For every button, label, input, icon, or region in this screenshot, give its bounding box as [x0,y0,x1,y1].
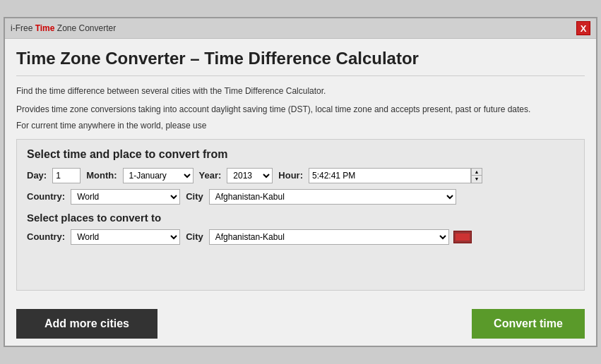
month-select[interactable]: 1-January2-February3-March4-April5-May6-… [123,168,194,183]
year-label: Year: [199,170,222,181]
city-label: City [186,191,203,202]
hour-input[interactable] [309,168,471,183]
country-label: Country: [27,191,65,202]
convert-country-label: Country: [27,231,65,242]
convert-country-select[interactable]: World [71,229,180,245]
datetime-row: Day: Month: 1-January2-February3-March4-… [27,168,574,183]
month-label: Month: [86,170,117,181]
section-title: Select places to convert to [27,212,574,224]
page-title: Time Zone Converter – Time Difference Ca… [16,49,585,76]
convert-to-row: Country: World City Afghanistan-Kabul [27,229,574,245]
spinner-up[interactable]: ▲ [472,169,482,176]
day-label: Day: [27,170,47,181]
bottom-bar: Add more cities Convert time [5,302,596,346]
convert-city-select[interactable]: Afghanistan-Kabul [209,229,449,245]
description-line1: Find the time difference between several… [16,85,585,98]
main-window: i-Free Time Zone Converter X Time Zone C… [4,17,597,346]
country-select[interactable]: World [71,189,180,205]
content-area: Time Zone Converter – Time Difference Ca… [5,39,596,301]
convert-time-button[interactable]: Convert time [472,309,585,339]
hour-wrapper: ▲ ▼ [309,168,482,183]
current-time-text: For current time anywhere in the world, … [16,121,585,131]
title-bar-text: i-Free Time Zone Converter [11,23,116,33]
convert-from-panel: Select time and place to convert from Da… [16,139,585,291]
city-select[interactable]: Afghanistan-Kabul [209,189,456,205]
hour-spinner[interactable]: ▲ ▼ [471,168,482,183]
country-city-row: Country: World City Afghanistan-Kabul [27,189,574,205]
delete-icon [456,233,470,241]
year-select[interactable]: 20112012201320142015 [227,168,273,183]
day-input[interactable] [52,168,81,183]
hour-label: Hour: [278,170,303,181]
spinner-down[interactable]: ▼ [472,176,482,183]
description-line2: Provides time zone conversions taking in… [16,103,585,116]
title-bar: i-Free Time Zone Converter X [5,18,596,39]
close-button[interactable]: X [576,21,590,35]
convert-city-label: City [186,231,203,242]
add-cities-button[interactable]: Add more cities [16,309,157,339]
panel-title: Select time and place to convert from [27,148,574,161]
delete-row-button[interactable] [453,231,472,243]
places-area: Country: World City Afghanistan-Kabul [27,229,574,279]
